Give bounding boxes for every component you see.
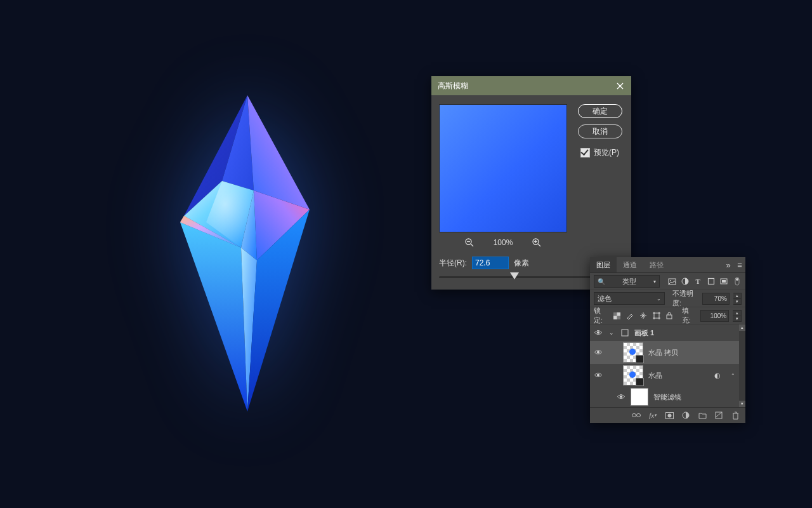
panel-footer: fx▾	[590, 407, 745, 423]
canvas-background	[0, 0, 812, 508]
chevron-down-icon: ▾	[653, 279, 656, 284]
svg-rect-32	[622, 330, 628, 336]
visibility-toggle[interactable]: 👁	[593, 348, 604, 358]
delete-layer-icon[interactable]	[730, 410, 740, 420]
ok-button[interactable]: 确定	[578, 104, 622, 118]
layer-name[interactable]: 水晶 拷贝	[648, 348, 678, 358]
preview-checkbox[interactable]	[580, 148, 590, 157]
svg-rect-28	[613, 312, 617, 316]
preview-image[interactable]	[439, 104, 567, 232]
link-layers-icon[interactable]	[631, 410, 641, 420]
artboard-name: 画板 1	[634, 328, 654, 338]
svg-rect-34	[637, 414, 641, 417]
lock-label: 锁定:	[594, 306, 608, 325]
radius-input[interactable]	[472, 257, 509, 269]
close-icon[interactable]	[615, 81, 625, 91]
layer-row[interactable]: 👁 水晶 ◐ ⌃	[590, 364, 745, 387]
filter-mask-thumbnail[interactable]	[631, 388, 648, 406]
artboard-row[interactable]: 👁 ⌄ 画板 1	[590, 324, 745, 341]
svg-marker-7	[180, 222, 247, 411]
opacity-stepper[interactable]: ▴▾	[733, 293, 742, 305]
svg-rect-30	[654, 313, 659, 318]
zoom-out-icon[interactable]	[463, 236, 476, 249]
panel-menu-icon[interactable]: ≡	[734, 260, 745, 270]
filter-smart-icon[interactable]	[719, 276, 729, 286]
layer-row[interactable]: 👁 水晶 拷贝	[590, 341, 745, 364]
svg-line-13	[471, 244, 473, 246]
fill-stepper[interactable]: ▴▾	[733, 310, 742, 322]
filter-adjust-icon[interactable]	[681, 276, 690, 286]
new-layer-icon[interactable]	[714, 410, 724, 420]
zoom-in-icon[interactable]	[530, 236, 543, 249]
opacity-input[interactable]: 70%	[702, 293, 730, 305]
svg-line-16	[538, 244, 540, 246]
svg-rect-24	[722, 280, 726, 283]
crystal-artwork	[146, 89, 336, 419]
layer-filter-select[interactable]: 🔍 类型 ▾	[594, 275, 660, 288]
lock-artboard-icon[interactable]	[652, 311, 661, 321]
chevron-down-icon: ⌄	[657, 296, 661, 302]
filter-toggle-icon[interactable]	[733, 276, 742, 286]
layer-scrollbar[interactable]: ▴ ▾	[739, 324, 745, 407]
svg-rect-31	[667, 315, 672, 319]
lock-transparent-icon[interactable]	[612, 311, 622, 321]
opacity-label: 不透明度:	[672, 289, 698, 308]
dialog-titlebar[interactable]: 高斯模糊	[431, 76, 631, 95]
filter-label: 类型	[622, 277, 636, 286]
svg-rect-22	[708, 279, 714, 284]
blend-mode-select[interactable]: 滤色 ⌄	[594, 292, 665, 305]
slider-thumb[interactable]	[510, 272, 519, 279]
layer-mask-icon[interactable]	[664, 410, 674, 420]
cancel-button[interactable]: 取消	[578, 124, 622, 138]
svg-rect-29	[617, 316, 620, 319]
radius-label: 半径(R):	[439, 258, 467, 269]
scroll-down-icon[interactable]: ▾	[739, 401, 745, 407]
layer-thumbnail[interactable]	[623, 342, 643, 363]
adjustment-layer-icon[interactable]	[681, 410, 691, 420]
layer-row[interactable]: 👁 智能滤镜	[590, 387, 745, 407]
tab-layers[interactable]: 图层	[590, 257, 617, 272]
filter-effects-icon[interactable]: ◐	[712, 370, 723, 380]
smart-object-badge-icon	[636, 378, 644, 386]
filter-pixel-icon[interactable]	[667, 276, 677, 286]
layer-name[interactable]: 水晶	[648, 371, 662, 380]
layer-name[interactable]: 智能滤镜	[653, 392, 681, 402]
dialog-title: 高斯模糊	[438, 81, 468, 91]
smart-object-badge-icon	[636, 355, 644, 363]
scroll-up-icon[interactable]: ▴	[739, 324, 745, 331]
visibility-toggle[interactable]: 👁	[593, 328, 604, 338]
zoom-level: 100%	[494, 238, 513, 247]
filter-shape-icon[interactable]	[707, 276, 716, 286]
layers-panel: 图层 通道 路径 » ≡ 🔍 类型 ▾ T 滤色 ⌄ 不透明度: 70% ▴▾ …	[590, 257, 745, 423]
blend-mode-value: 滤色	[598, 294, 612, 304]
fill-input[interactable]: 100%	[700, 310, 729, 322]
lock-all-icon[interactable]	[665, 311, 674, 321]
lock-position-icon[interactable]	[638, 311, 648, 321]
fill-label: 填充:	[682, 306, 697, 325]
svg-point-36	[667, 413, 671, 417]
radius-unit: 像素	[514, 258, 529, 269]
visibility-toggle[interactable]: 👁	[609, 392, 625, 402]
preview-checkbox-label: 预览(P)	[594, 147, 619, 158]
svg-point-26	[736, 278, 738, 281]
artboard-frame-icon	[620, 328, 629, 337]
layer-list: 👁 ⌄ 画板 1 👁 水晶 拷贝 👁 水晶 ◐ ⌃ 👁 智能滤镜	[590, 324, 745, 407]
svg-point-20	[670, 280, 671, 281]
visibility-toggle[interactable]: 👁	[593, 371, 604, 380]
tab-channels[interactable]: 通道	[617, 257, 643, 272]
expand-effects-icon[interactable]: ⌃	[728, 370, 738, 380]
new-group-icon[interactable]	[697, 410, 707, 420]
layer-style-icon[interactable]: fx▾	[648, 410, 658, 420]
layer-thumbnail[interactable]	[623, 365, 643, 385]
svg-rect-33	[632, 414, 636, 417]
disclosure-icon[interactable]: ⌄	[609, 330, 615, 336]
filter-type-icon[interactable]: T	[693, 276, 703, 286]
lock-paint-icon[interactable]	[625, 311, 635, 321]
collapse-icon[interactable]: »	[723, 260, 734, 270]
tab-paths[interactable]: 路径	[643, 257, 670, 272]
